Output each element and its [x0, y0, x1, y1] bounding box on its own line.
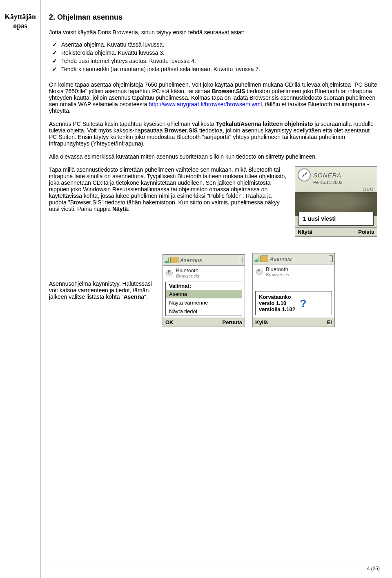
paragraph-transfer: Tapa millä asennustiedosto siirretään pu… — [49, 166, 289, 212]
sidebar: Käyttäjän opas — [0, 0, 41, 578]
page: Käyttäjän opas 2. Ohjelman asennus Jotta… — [0, 0, 392, 578]
clock-icon — [298, 168, 311, 181]
paragraph-installer-start: Asennusohjelma käynnistyy. Halutessasi v… — [49, 280, 155, 300]
options-menu: Valinnat: Asenna Näytä varmenne Näytä ti… — [165, 282, 242, 316]
softkey-left[interactable]: OK — [165, 319, 174, 325]
checklist-item: Tehdä kirjanmerkki (tai muutama) josta p… — [51, 66, 377, 72]
phone-screenshot-install-confirm: Asennus Bluetooth Browser.sis Korvataank… — [252, 253, 335, 327]
install-item: Bluetooth Browser.sis — [253, 264, 334, 279]
signal-icon — [254, 256, 258, 262]
brand-line-1: Käyttäjän — [4, 12, 37, 21]
battery-icon — [329, 255, 333, 262]
app-icon — [170, 257, 178, 263]
intro-paragraph: Jotta voisit käyttää Doris Browseria, si… — [49, 29, 377, 36]
bluetooth-icon — [166, 270, 173, 276]
softkey-right[interactable]: Ei — [327, 319, 332, 325]
paragraph-install-methods: On kolme tapaa asentaa ohjelmistoja 7650… — [49, 81, 377, 114]
checklist-item: Rekisteröidä ohjelma. Kuvattu luvussa 3. — [51, 49, 377, 56]
page-footer: 4 (25) — [53, 564, 380, 571]
phone-screenshot-install-menu: Asennus Bluetooth Browser.sis Valinnat: … — [163, 254, 245, 327]
checklist: Asentaa ohjelma. Kuvattu tässä luvussa. … — [49, 41, 377, 72]
question-icon: ? — [299, 298, 308, 309]
checklist-item: Tehdä uusi internet yhteys asetus. Kuvat… — [51, 58, 377, 64]
options-menu-header: Valinnat: — [166, 282, 242, 290]
page-number: 4 (25) — [367, 566, 380, 571]
option-view-certificate[interactable]: Näytä varmenne — [166, 298, 242, 307]
duo-label: DUO — [363, 187, 374, 192]
confirm-dialog: Korvataanko versio 1.10 versiolla 1.10? … — [255, 291, 332, 315]
new-message-popup: 1 uusi viesti — [298, 212, 374, 226]
transfer-row: Tapa millä asennustiedosto siirretään pu… — [49, 166, 377, 237]
app-icon — [260, 255, 268, 262]
checklist-item: Asentaa ohjelma. Kuvattu tässä luvussa. — [51, 41, 377, 48]
phone-screenshot-idle: SONERA Pe 15.11.2002 DUO 1 uusi viesti N… — [295, 166, 377, 237]
softkey-left[interactable]: Kyllä — [255, 319, 268, 325]
install-item-name: Bluetooth — [266, 266, 289, 272]
signal-icon — [165, 257, 169, 263]
paragraph-pc-suite: Asennus PC Suitesta käsin tapahtuu kysei… — [49, 121, 377, 147]
operator-label: SONERA — [313, 172, 341, 179]
softkey-right[interactable]: Peruuta — [223, 319, 242, 325]
brand-line-2: opas — [4, 21, 37, 30]
install-item-name: Bluetooth — [176, 267, 199, 273]
install-item: Bluetooth Browser.sis — [163, 266, 245, 280]
install-item-file: Browser.sis — [266, 272, 289, 277]
install-item-file: Browser.sis — [176, 273, 199, 278]
brand-title: Käyttäjän opas — [4, 12, 37, 30]
app-title: Asennus — [180, 257, 237, 263]
wap-download-link[interactable]: http://www.anygraaf.fi/browser/browserfi… — [149, 101, 262, 108]
paragraph-example-intro: Alla olevassa esimerkissä kuvataan miten… — [49, 153, 377, 160]
battery-icon — [239, 257, 243, 263]
option-view-details[interactable]: Näytä tiedot — [166, 307, 242, 316]
softkey-right[interactable]: Poistu — [358, 229, 374, 235]
bluetooth-icon — [256, 269, 263, 275]
app-title: Asennus — [270, 256, 327, 262]
softkey-left[interactable]: Näytä — [298, 229, 312, 235]
install-phones-row: Asennusohjelma käynnistyy. Halutessasi v… — [49, 253, 377, 327]
main-content: 2. Ohjelman asennus Jotta voisit käyttää… — [41, 0, 392, 578]
confirm-line-2: versio 1.10 — [259, 300, 296, 306]
section-heading: 2. Ohjelman asennus — [49, 13, 377, 22]
date-label: Pe 15.11.2002 — [313, 180, 343, 185]
option-install[interactable]: Asenna — [166, 290, 242, 298]
confirm-line-3: versiolla 1.10? — [259, 306, 296, 312]
confirm-line-1: Korvataanko — [259, 294, 296, 300]
